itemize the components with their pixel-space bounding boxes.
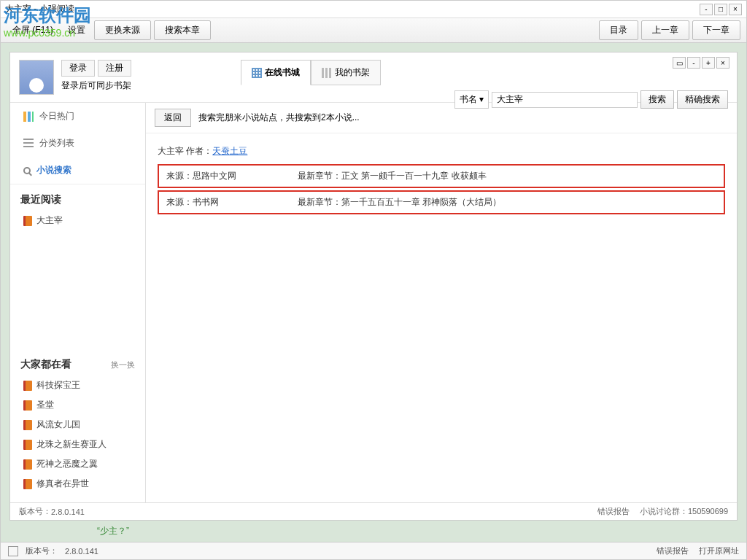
outer-footer: 版本号： 2.8.0.141 错误报告 打开原网址	[1, 542, 746, 559]
panel-maximize-button[interactable]: +	[702, 57, 715, 69]
window-title: 大主宰 - 小强阅读	[5, 3, 700, 15]
chart-icon	[23, 112, 34, 122]
open-original-url[interactable]: 打开原网址	[699, 545, 739, 556]
back-button[interactable]: 返回	[155, 109, 191, 127]
list-item[interactable]: 修真者在异世	[20, 474, 135, 494]
search-input[interactable]	[492, 92, 638, 108]
shelf-tabs: 在线书城 我的书架	[241, 60, 381, 85]
inner-panel: ▭ - + × 登录 注册 登录后可同步书架 在线书城	[9, 52, 738, 521]
fullscreen-button[interactable]: 全屏 (F11)	[7, 21, 59, 39]
panel-minimize-button[interactable]: -	[687, 57, 700, 69]
exact-search-button[interactable]: 精确搜索	[677, 90, 728, 109]
popular-list: 科技探宝王圣堂风流女儿国龙珠之新生赛亚人死神之恶魔之翼修真者在异世	[10, 376, 145, 502]
book-icon	[23, 216, 32, 226]
main-toolbar: 全屏 (F11) 设置 更换来源 搜索本章 目录 上一章 下一章	[1, 18, 746, 43]
register-button[interactable]: 注册	[98, 60, 131, 77]
reader-quote: “少主？”	[9, 521, 738, 542]
shelf-icon	[322, 68, 332, 78]
login-button[interactable]: 登录	[61, 60, 95, 77]
minimize-button[interactable]: -	[700, 4, 713, 15]
panel-header: 登录 注册 登录后可同步书架 在线书城 我的书架	[10, 52, 737, 103]
title-bar: 大主宰 - 小强阅读 - □ ×	[1, 1, 746, 18]
book-icon	[23, 420, 32, 430]
grid-icon	[252, 68, 262, 78]
inner-version: 2.8.0.141	[51, 508, 85, 516]
catalog-button[interactable]: 目录	[599, 20, 638, 40]
list-icon	[23, 139, 34, 149]
search-field-select[interactable]: 书名 ▾	[454, 90, 489, 109]
settings-button[interactable]: 设置	[62, 21, 91, 39]
change-source-button[interactable]: 更换来源	[94, 20, 151, 40]
list-item[interactable]: 科技探宝王	[20, 376, 135, 395]
list-item[interactable]: 风流女儿国	[20, 415, 135, 435]
search-button[interactable]: 搜索	[640, 90, 674, 109]
book-icon	[23, 459, 32, 470]
outer-version: 2.8.0.141	[65, 547, 98, 556]
avatar[interactable]	[19, 60, 54, 95]
maximize-button[interactable]: □	[714, 4, 727, 15]
content-area: ▭ - + × 登录 注册 登录后可同步书架 在线书城	[1, 43, 746, 542]
recent-list: 大主宰	[10, 211, 145, 239]
panel-close-button[interactable]: ×	[716, 57, 729, 69]
search-chapter-button[interactable]: 搜索本章	[154, 20, 211, 40]
results-main: 返回 搜索完朋米小说站点，共搜索到2本小说... 大主宰 作者：天蚕土豆 来源：…	[146, 103, 737, 502]
outer-window: 大主宰 - 小强阅读 - □ × 全屏 (F11) 设置 更换来源 搜索本章 目…	[0, 0, 747, 560]
book-icon	[23, 479, 32, 489]
prev-chapter-button[interactable]: 上一章	[641, 20, 689, 40]
list-item[interactable]: 死神之恶魔之翼	[20, 454, 135, 474]
sidebar-item-hot[interactable]: 今日热门	[10, 103, 145, 130]
list-item[interactable]: 龙珠之新生赛亚人	[20, 435, 135, 454]
sidebar: 今日热门 分类列表 小说搜索 最近阅读 大	[10, 103, 146, 502]
book-icon	[23, 440, 32, 450]
source-row[interactable]: 来源：思路中文网最新章节：正文 第一颇千一百一十九章 收获颇丰	[158, 164, 725, 188]
search-bar: 书名 ▾ 搜索 精确搜索	[454, 90, 728, 109]
next-chapter-button[interactable]: 下一章	[692, 20, 740, 40]
swap-button[interactable]: 换一换	[111, 359, 135, 370]
recent-section-title: 最近阅读	[10, 184, 145, 211]
popular-section-title: 大家都在看 换一换	[10, 349, 145, 376]
panel-window-controls: ▭ - + ×	[673, 57, 729, 69]
qq-group: 150590699	[688, 507, 728, 516]
result-book-title: 大主宰 作者：天蚕土豆	[158, 141, 725, 162]
author-link[interactable]: 天蚕土豆	[212, 146, 247, 156]
book-icon	[23, 381, 32, 391]
status-icon[interactable]	[8, 546, 18, 556]
sidebar-item-search[interactable]: 小说搜索	[10, 157, 145, 184]
inner-footer: 版本号： 2.8.0.141 错误报告 小说讨论群：150590699	[10, 502, 737, 520]
book-icon	[23, 400, 32, 411]
tab-online-store[interactable]: 在线书城	[241, 60, 311, 85]
tab-my-shelf[interactable]: 我的书架	[311, 60, 381, 85]
search-icon	[23, 167, 31, 174]
inner-bug-report[interactable]: 错误报告	[597, 506, 630, 517]
results-summary: 搜索完朋米小说站点，共搜索到2本小说...	[198, 112, 360, 124]
source-row[interactable]: 来源：书书网最新章节：第一千五百五十一章 邪神陨落（大结局）	[158, 190, 725, 214]
outer-bug-report[interactable]: 错误报告	[657, 545, 689, 556]
list-item[interactable]: 圣堂	[20, 395, 135, 415]
close-button[interactable]: ×	[729, 4, 742, 15]
login-hint: 登录后可同步书架	[61, 79, 131, 92]
panel-restore-button[interactable]: ▭	[673, 57, 686, 69]
sidebar-item-category[interactable]: 分类列表	[10, 130, 145, 157]
list-item[interactable]: 大主宰	[20, 211, 135, 230]
